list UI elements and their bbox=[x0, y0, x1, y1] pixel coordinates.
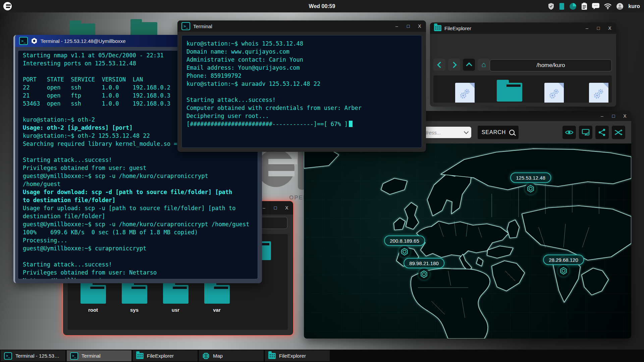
cpu-pie-icon[interactable] bbox=[569, 3, 577, 10]
taskbar-item-terminal-[interactable]: >_Terminal - 125.53… bbox=[1, 350, 65, 361]
explorer-file-grid: auraadvConfigcuraproniccryptcustomnmap bbox=[433, 75, 612, 103]
terminal-line: guest@Uymillboxxe:~$ scp -u /home/kuro/c… bbox=[23, 172, 253, 180]
terminal-line: Processing... bbox=[23, 236, 253, 244]
window-controls: –□X bbox=[394, 23, 422, 29]
maximize-button[interactable]: □ bbox=[611, 113, 616, 119]
shuffle-button[interactable] bbox=[612, 126, 625, 139]
folder-icon bbox=[122, 285, 147, 304]
close-button[interactable]: X bbox=[417, 23, 422, 29]
folder-icon bbox=[163, 285, 189, 304]
minimize-button[interactable]: – bbox=[394, 23, 399, 29]
terminal-line: Nettarso@Uymillboxxe:~$ bbox=[23, 277, 253, 279]
folder-icon bbox=[497, 83, 522, 102]
folder-item[interactable]: usr bbox=[155, 285, 196, 313]
folder-item[interactable]: sys bbox=[114, 285, 155, 313]
terminal-line bbox=[186, 88, 417, 96]
folder-item[interactable]: var bbox=[196, 285, 237, 313]
maximize-button[interactable]: □ bbox=[273, 205, 278, 210]
file-item[interactable]: Config bbox=[490, 83, 529, 103]
window-controls: –□X bbox=[262, 205, 289, 210]
clipboard-icon[interactable] bbox=[581, 3, 587, 10]
ip-address-pill[interactable]: 28.29.68.120 bbox=[543, 255, 584, 265]
eye-button[interactable] bbox=[562, 126, 576, 139]
terminal-line: 100% 699.6 KB/s 0 sec (1.8 MB of 1.8 MB … bbox=[23, 228, 253, 236]
up-button[interactable] bbox=[463, 59, 475, 71]
minimize-button[interactable]: – bbox=[262, 205, 266, 210]
close-button[interactable]: X bbox=[623, 113, 627, 119]
ip-address-pill[interactable]: 200.8.189.65 bbox=[384, 236, 425, 246]
ip-address-pill[interactable]: 125.53.12.48 bbox=[510, 173, 551, 183]
search-icon bbox=[509, 130, 515, 135]
maximize-button[interactable]: □ bbox=[406, 23, 411, 29]
terminal-line: Starting attack...success! bbox=[23, 260, 253, 268]
terminal-line: /home/guest bbox=[23, 180, 253, 188]
terminal-line: Domain name: www.qurijayos.com bbox=[186, 48, 417, 56]
terminal-output[interactable]: kuro@station:~$ whois 125.53.12.48Domain… bbox=[181, 35, 422, 148]
terminal-line: Starting attack...success! bbox=[186, 96, 417, 104]
taskbar-item-fileexplorer[interactable]: FileExplorer bbox=[133, 350, 198, 361]
binary-file-icon bbox=[544, 83, 564, 103]
terminal-line: [########################------------]==… bbox=[186, 120, 417, 128]
home-button[interactable]: ⌂ bbox=[478, 59, 490, 71]
terminal-line: Email address: Youn@qurijayos.com bbox=[186, 64, 417, 72]
minimize-button[interactable]: – bbox=[600, 113, 604, 119]
chevron-down-icon bbox=[464, 129, 469, 134]
node-hexagon-marker[interactable] bbox=[558, 265, 569, 277]
terminal-line: destination file/folder] bbox=[23, 212, 253, 220]
folder-label: usr bbox=[155, 307, 196, 313]
terminal-line: kuro@station:~$ whois 125.53.12.48 bbox=[186, 40, 417, 48]
binary-file-icon bbox=[455, 83, 475, 103]
terminal-line bbox=[23, 252, 253, 260]
remote-desktop-button[interactable] bbox=[579, 126, 592, 139]
search-button[interactable]: SEARCH bbox=[478, 126, 519, 139]
folder-item[interactable]: root bbox=[72, 285, 114, 313]
forward-button[interactable] bbox=[448, 59, 460, 71]
minimize-button[interactable]: – bbox=[585, 25, 589, 31]
node-hexagon-marker[interactable] bbox=[399, 246, 410, 257]
window-title: Terminal - 125.53.12.48@Uymillboxxe bbox=[41, 38, 126, 44]
file-explorer-window-home[interactable]: FileExplorer –□X ⌂ /home/kuro auraadvCon… bbox=[430, 22, 616, 107]
wifi-icon[interactable] bbox=[604, 3, 611, 9]
top-status-bar: Wed 00:59 kuro bbox=[0, 0, 644, 12]
folder-icon bbox=[204, 285, 230, 304]
terminal-line: Deciphering user root... bbox=[186, 112, 417, 120]
maximize-button[interactable]: □ bbox=[596, 25, 601, 31]
taskbar-item-fileexplorer[interactable]: FileExplorer bbox=[265, 350, 330, 361]
clock: Wed 00:59 bbox=[0, 3, 644, 9]
user-avatar-icon[interactable] bbox=[616, 3, 624, 10]
share-button[interactable] bbox=[595, 126, 609, 139]
terminal-line: Privileges obtained from user: guest bbox=[23, 164, 253, 172]
file-item[interactable]: customnmap bbox=[579, 83, 612, 103]
node-hexagon-marker[interactable] bbox=[525, 183, 536, 194]
taskbar-item-terminal[interactable]: >_Terminal bbox=[67, 350, 131, 361]
terminal-window-local[interactable]: >_ Terminal –□X kuro@station:~$ whois 12… bbox=[177, 20, 426, 152]
terminal-line: Administrative contact: Carin Youn bbox=[186, 56, 417, 64]
folder-label: sys bbox=[114, 307, 155, 313]
close-button[interactable]: X bbox=[284, 205, 289, 210]
username-label[interactable]: kuro bbox=[628, 3, 640, 9]
back-button[interactable] bbox=[433, 59, 445, 71]
node-hexagon-marker[interactable] bbox=[418, 268, 430, 280]
close-button[interactable]: X bbox=[607, 25, 612, 31]
file-item[interactable]: curaproniccrypt bbox=[535, 83, 574, 103]
file-explorer-icon bbox=[434, 25, 441, 31]
chevron-right-icon bbox=[450, 62, 457, 68]
taskbar-item-map[interactable]: Map bbox=[199, 350, 264, 361]
file-item[interactable]: auraadv bbox=[445, 83, 484, 103]
shield-check-icon[interactable] bbox=[548, 3, 554, 10]
chevron-left-icon bbox=[437, 62, 443, 68]
window-controls: –□X bbox=[600, 113, 627, 119]
taskbar-item-label: FileExplorer bbox=[279, 353, 306, 359]
chat-icon[interactable] bbox=[592, 3, 599, 10]
path-field[interactable]: /home/kuro bbox=[490, 59, 612, 71]
world-map[interactable]: 125.53.12.48200.8.189.6589.98.21.18028.2… bbox=[304, 143, 631, 339]
window-titlebar[interactable]: >_ Terminal –□X bbox=[177, 20, 426, 32]
terminal-line: Phone: 859199792 bbox=[186, 72, 417, 80]
gear-icon bbox=[31, 38, 38, 44]
window-titlebar[interactable]: FileExplorer –□X bbox=[430, 22, 616, 34]
terminal-line: Usage for upload: scp -u [path to source… bbox=[23, 204, 253, 212]
folder-icon bbox=[80, 285, 106, 304]
chevron-up-icon bbox=[466, 62, 472, 68]
ip-address-pill[interactable]: 89.98.21.180 bbox=[404, 258, 444, 268]
battery-icon[interactable] bbox=[559, 3, 565, 10]
